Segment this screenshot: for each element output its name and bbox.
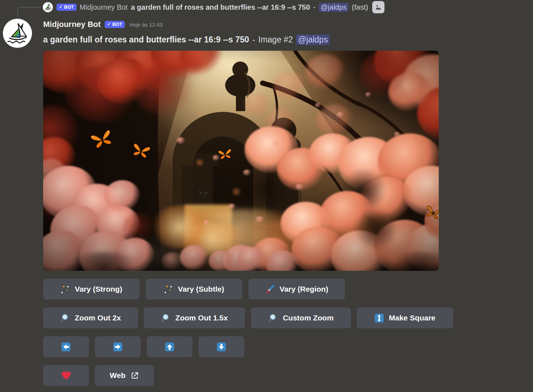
pan-right-button[interactable] bbox=[95, 336, 141, 357]
vary-subtle-button[interactable]: Vary (Subtle) bbox=[146, 279, 242, 300]
message-content: a garden full of roses and butterflies -… bbox=[43, 35, 330, 45]
discord-chat-area: { "reply_bar": { "bot_badge": "BOT", "ch… bbox=[0, 0, 533, 392]
message-username[interactable]: Midjourney Bot bbox=[43, 20, 101, 29]
custom-zoom-button[interactable]: Custom Zoom bbox=[251, 307, 351, 328]
vary-strong-button[interactable]: Vary (Strong) bbox=[43, 279, 140, 300]
favorite-button[interactable] bbox=[43, 365, 89, 386]
magic-wand-icon bbox=[164, 284, 173, 294]
bot-badge: ✓ BOT bbox=[105, 21, 125, 28]
pan-up-button[interactable] bbox=[147, 336, 192, 357]
magnifier-icon bbox=[161, 313, 171, 323]
reply-fast-mode-label: (fast) bbox=[352, 3, 368, 12]
arrow-up-icon bbox=[165, 342, 174, 352]
reply-username[interactable]: Midjourney Bot bbox=[80, 3, 128, 12]
reply-prompt-text: a garden full of roses and butterflies -… bbox=[131, 3, 310, 12]
reply-avatar[interactable] bbox=[43, 2, 53, 12]
image-attachment-icon bbox=[372, 1, 384, 13]
message-header: Midjourney Bot ✓ BOT Hoje às 12:43 bbox=[43, 20, 163, 29]
separator: - bbox=[252, 35, 255, 45]
web-button[interactable]: Web bbox=[95, 365, 154, 386]
image-number-label: Image #2 bbox=[258, 35, 293, 45]
reply-user-mention[interactable]: @jaldps bbox=[319, 3, 349, 12]
paintbrush-icon bbox=[265, 284, 275, 294]
bot-badge: ✓ BOT bbox=[56, 4, 77, 11]
up-down-arrow-icon bbox=[374, 313, 384, 323]
magnifier-icon bbox=[60, 313, 70, 323]
midjourney-bot-avatar[interactable] bbox=[3, 19, 32, 48]
magnifier-icon bbox=[268, 313, 278, 323]
heart-icon bbox=[61, 370, 72, 381]
check-icon: ✓ bbox=[107, 22, 111, 27]
generated-image[interactable] bbox=[43, 51, 439, 271]
magic-wand-icon bbox=[60, 284, 70, 294]
message-timestamp: Hoje às 12:43 bbox=[129, 22, 163, 28]
zoom-out-1-5x-button[interactable]: Zoom Out 1.5x bbox=[144, 307, 245, 328]
user-mention[interactable]: @jaldps bbox=[296, 35, 329, 45]
prompt-text: a garden full of roses and butterflies -… bbox=[43, 35, 249, 45]
reply-spine bbox=[17, 7, 41, 17]
pan-left-button[interactable] bbox=[43, 336, 89, 357]
zoom-out-2x-button[interactable]: Zoom Out 2x bbox=[43, 307, 138, 328]
reply-separator: - bbox=[313, 3, 316, 12]
arrow-left-icon bbox=[61, 342, 71, 352]
midjourney-sailboat-icon bbox=[3, 19, 32, 48]
art-vignette bbox=[43, 51, 439, 271]
arrow-down-icon bbox=[217, 342, 226, 352]
make-square-button[interactable]: Make Square bbox=[357, 307, 453, 328]
midjourney-sailboat-icon bbox=[43, 2, 53, 12]
vary-region-button[interactable]: Vary (Region) bbox=[249, 279, 345, 300]
external-link-icon bbox=[130, 371, 139, 380]
reply-bar[interactable]: ✓ BOT Midjourney Bot a garden full of ro… bbox=[56, 2, 384, 13]
pan-down-button[interactable] bbox=[199, 336, 244, 357]
arrow-right-icon bbox=[113, 342, 123, 352]
check-icon: ✓ bbox=[59, 5, 63, 9]
